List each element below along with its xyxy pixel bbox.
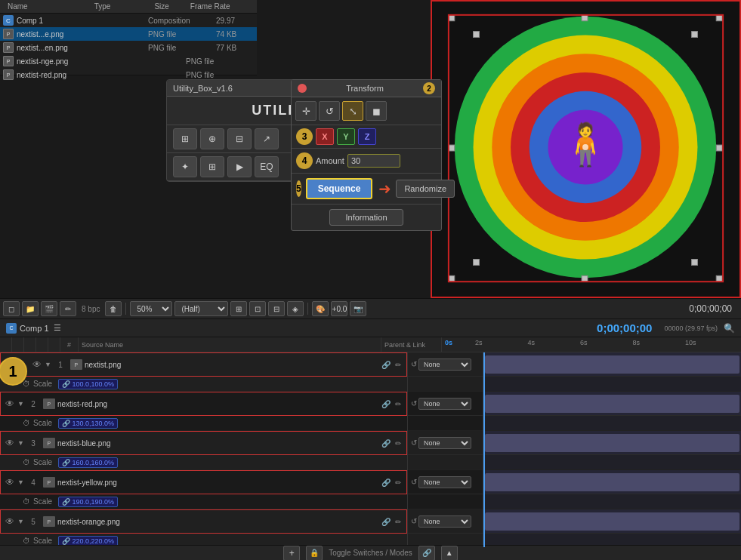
new-comp-btn[interactable]: ◻ — [3, 301, 20, 316]
axis-z-button[interactable]: Z — [358, 128, 376, 145]
fit-btn[interactable]: ⊞ — [230, 301, 247, 316]
bottom-up-btn[interactable]: ▲ — [441, 546, 458, 561]
bottom-link-btn[interactable]: 🔗 — [418, 546, 435, 561]
layers-columns-header: # Source Name Parent & Link 0s 2s 4s 6s … — [0, 337, 741, 352]
tool-rotate[interactable]: ↺ — [319, 101, 340, 121]
parent-select-1[interactable]: None — [418, 358, 471, 371]
layer-row-4[interactable]: 👁 ▼ 4 P nextist-yellow.png 🔗 ✏ — [0, 470, 407, 494]
info-row: Information — [292, 205, 441, 230]
link-btn-2[interactable]: 🔗 — [381, 398, 391, 409]
snap-btn[interactable]: ⊡ — [249, 301, 266, 316]
link-btn-4[interactable]: 🔗 — [381, 477, 391, 488]
amount-row: 4 Amount — [292, 149, 441, 174]
pencil-btn-3[interactable]: ✏ — [393, 438, 403, 448]
pencil-btn-4[interactable]: ✏ — [393, 477, 403, 488]
layer-expand-2[interactable]: ▼ — [16, 400, 26, 408]
utility-btn-eq[interactable]: EQ — [255, 156, 279, 177]
layer-expand-5[interactable]: ▼ — [16, 518, 26, 525]
utility-btn-video[interactable]: ▶ — [227, 156, 252, 177]
track-row-5 — [483, 509, 741, 534]
utility-btn-grid[interactable]: ⊞ — [173, 128, 197, 149]
parent-select-2[interactable]: None — [418, 398, 471, 410]
axis-x-button[interactable]: X — [316, 128, 334, 145]
zoom-select[interactable]: 50%100%25% — [130, 301, 172, 316]
project-item-png1[interactable]: P nextist...e.png PNG file 74 KB — [0, 27, 257, 41]
project-item-png2[interactable]: P nextist...en.png PNG file 77 KB — [0, 41, 257, 54]
transform-header: Transform 2 — [292, 80, 441, 97]
bottom-add-btn[interactable]: + — [283, 546, 300, 561]
close-button[interactable] — [298, 84, 307, 93]
file-type: PNG file — [186, 71, 254, 79]
utility-btn-arrow[interactable]: ↗ — [255, 128, 279, 149]
color-btn[interactable]: 🎨 — [312, 301, 329, 316]
eye-toggle-2[interactable]: 👁 — [4, 398, 16, 409]
preview-svg: 🧍 — [432, 2, 739, 297]
svg-rect-15 — [582, 275, 588, 282]
trash-btn[interactable]: 🗑 — [105, 301, 122, 316]
sequence-row: 5 Sequence ➜ Randomize — [292, 174, 441, 205]
sublayer-scale-4: ⏱ Scale 🔗 190.0,190.0% — [0, 494, 407, 509]
tool-scale[interactable]: ⤡ — [342, 101, 363, 121]
utility-btn-add[interactable]: ⊕ — [200, 128, 224, 149]
brush-btn[interactable]: ✏ — [60, 301, 76, 316]
layer-row-1[interactable]: 👁 ▼ 1 P nextist.png 🔗 ✏ — [0, 352, 407, 377]
eye-toggle-5[interactable]: 👁 — [4, 516, 16, 527]
ruler-10s: 10s — [662, 337, 719, 348]
tool-move[interactable]: ✛ — [295, 101, 316, 121]
layer-row-3[interactable]: 👁 ▼ 3 P nextist-blue.png 🔗 ✏ — [0, 431, 407, 455]
layer-expand-3[interactable]: ▼ — [16, 439, 26, 447]
time-display: 0;00;00;00 — [689, 303, 732, 314]
utility-btn-sun[interactable]: ✦ — [173, 156, 197, 177]
project-item-comp1[interactable]: C Comp 1 Composition 29.97 — [0, 14, 257, 27]
information-button[interactable]: Information — [329, 209, 403, 226]
mask-btn[interactable]: ◈ — [287, 301, 304, 316]
parent-select-3[interactable]: None — [418, 437, 471, 449]
render-btn[interactable]: 🎬 — [41, 301, 57, 316]
grid-btn[interactable]: ⊟ — [268, 301, 285, 316]
track-subrow-4 — [483, 494, 741, 509]
svg-rect-19 — [474, 260, 480, 266]
plus-btn[interactable]: +0.0 — [331, 301, 347, 316]
layer-row-2[interactable]: 👁 ▼ 2 P nextist-red.png 🔗 ✏ — [0, 392, 407, 416]
comp-header: C Comp 1 ☰ 0;00;00;00 00000 (29.97 fps) … — [0, 319, 741, 337]
timeline-tracks — [483, 352, 741, 547]
project-panel: Name Type Size Frame Rate C Comp 1 Compo… — [0, 0, 257, 75]
playhead-time: 0s — [445, 337, 452, 348]
bottom-lock-btn[interactable]: 🔒 — [306, 546, 323, 561]
folder-btn[interactable]: 📁 — [22, 301, 39, 316]
pencil-btn-5[interactable]: ✏ — [393, 516, 403, 527]
quality-select[interactable]: (Half)(Full)(Quarter) — [174, 301, 228, 316]
search-icon[interactable]: 🔍 — [724, 323, 735, 334]
project-item-png3[interactable]: P nextist-nge.png PNG file — [0, 54, 257, 68]
layer-expand-4[interactable]: ▼ — [16, 478, 26, 486]
cam-btn[interactable]: 📷 — [350, 301, 366, 316]
axis-y-button[interactable]: Y — [337, 128, 355, 145]
utility-btn-grid2[interactable]: ⊞ — [200, 156, 224, 177]
timer-icon-3: ⏱ — [23, 458, 30, 466]
comp-icon-small: C — [6, 323, 17, 334]
link-btn-5[interactable]: 🔗 — [381, 516, 391, 527]
comp-icon: C — [3, 15, 14, 26]
randomize-button[interactable]: Randomize — [396, 180, 455, 198]
sequence-button[interactable]: Sequence — [306, 178, 373, 199]
bpc-badge[interactable]: 8 bpc — [79, 305, 103, 313]
parent-tracks-area: ↺ None ↺ None ↺ None ↺ None — [408, 352, 741, 547]
preview-area: 🧍 — [431, 0, 741, 298]
tool-color[interactable]: ◼ — [366, 101, 387, 121]
eye-toggle-4[interactable]: 👁 — [4, 477, 16, 488]
layer-row-5[interactable]: 👁 ▼ 5 P nextist-orange.png 🔗 ✏ — [0, 509, 407, 534]
eye-toggle-1[interactable]: 👁 — [31, 359, 43, 370]
amount-input[interactable] — [347, 154, 400, 168]
link-btn-1[interactable]: 🔗 — [381, 359, 391, 370]
parent-select-4[interactable]: None — [418, 476, 471, 488]
parent-select-5[interactable]: None — [418, 515, 471, 528]
pencil-btn-1[interactable]: ✏ — [393, 359, 403, 370]
layer-icon-1: P — [70, 359, 82, 370]
utility-btn-grid4[interactable]: ⊟ — [227, 128, 252, 149]
layer-expand-1[interactable]: ▼ — [43, 361, 53, 368]
pencil-btn-2[interactable]: ✏ — [393, 398, 403, 409]
eye-toggle-3[interactable]: 👁 — [4, 438, 16, 448]
track-bar-5 — [485, 512, 739, 531]
link-btn-3[interactable]: 🔗 — [381, 438, 391, 448]
hamburger-menu[interactable]: ☰ — [54, 323, 61, 333]
